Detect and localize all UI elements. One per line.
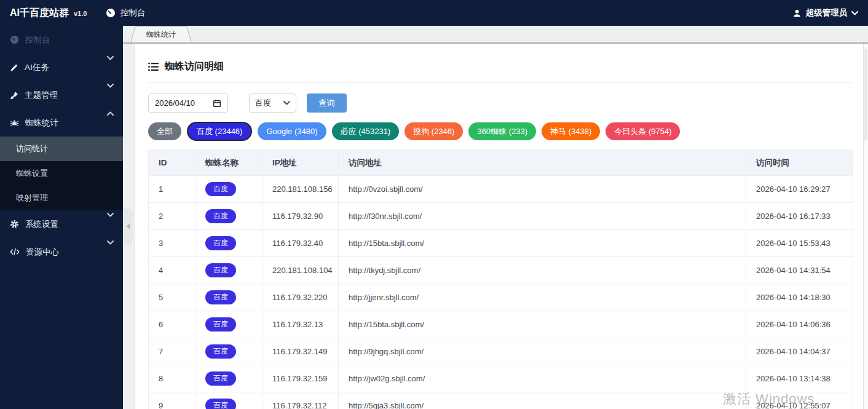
table-row[interactable]: 7 百度 116.179.32.149 http://9jhgq.sbjll.c… <box>149 338 853 365</box>
cell-ip: 116.179.32.220 <box>262 284 339 311</box>
cell-time: 2026-04-10 12:55:07 <box>746 392 853 409</box>
table-header-cell: 蜘蛛名称 <box>195 150 262 176</box>
sidebar-item-console[interactable]: 控制台 <box>0 26 123 54</box>
spider-pill[interactable]: 360蜘蛛 (233) <box>468 122 536 140</box>
spider-badge: 百度 <box>205 182 236 196</box>
cell-time: 2026-04-10 13:14:38 <box>746 365 853 392</box>
cell-id: 5 <box>149 284 195 311</box>
tab-spider-stats[interactable]: 蜘蛛统计 <box>138 26 184 42</box>
sidebar-item-label: 资源中心 <box>26 247 59 258</box>
cell-spider: 百度 <box>195 176 262 203</box>
spider-pill[interactable]: 搜狗 (2346) <box>404 122 463 140</box>
date-input[interactable]: 2026/04/10 <box>148 93 228 113</box>
cell-id: 6 <box>149 311 195 338</box>
sidebar-subitem[interactable]: 映射管理 <box>0 186 123 210</box>
cell-ip: 220.181.108.156 <box>262 176 339 203</box>
spider-table-wrap: ID蜘蛛名称IP地址访问地址访问时间 1 百度 220.181.108.156 … <box>148 149 852 409</box>
query-button[interactable]: 查询 <box>307 93 347 113</box>
sidebar-item-theme[interactable]: 主题管理 <box>0 81 123 109</box>
engine-select[interactable]: 百度 <box>249 93 296 113</box>
table-row[interactable]: 5 百度 116.179.32.220 http://jjenr.sbjll.c… <box>149 284 853 311</box>
sidebar-item-spider-stats[interactable]: 蜘蛛统计 <box>0 109 123 137</box>
cell-spider: 百度 <box>195 203 262 230</box>
sidebar-submenu: 访问统计 蜘蛛设置 映射管理 <box>0 137 123 210</box>
sidebar-item-label: 控制台 <box>25 34 50 46</box>
spider-pill-label: 360蜘蛛 (233) <box>477 126 527 137</box>
top-navbar: AI千百度站群 v1.0 控制台 超级管理员 <box>0 0 868 26</box>
brand-title: AI千百度站群 <box>10 7 69 20</box>
sidebar-subitem-label: 访问统计 <box>16 143 48 154</box>
sidebar-item-system-settings[interactable]: 系统设置 <box>0 210 123 238</box>
sidebar: 控制台 AI任务 主题管理 蜘蛛统计 访问统计 蜘蛛设置 <box>0 26 123 409</box>
spider-pill[interactable]: 今日头条 (9754) <box>606 122 680 140</box>
cell-url: http://f30nr.sbjll.com/ <box>339 203 746 230</box>
spider-pill[interactable]: 全部 <box>148 122 181 140</box>
sidebar-item-resources[interactable]: 资源中心 <box>0 238 123 266</box>
spider-pill[interactable]: Google (3480) <box>258 122 326 140</box>
table-row[interactable]: 2 百度 116.179.32.90 http://f30nr.sbjll.co… <box>149 203 853 230</box>
topnav-console-label: 控制台 <box>120 7 146 18</box>
table-row[interactable]: 9 百度 116.179.32.112 http://5gja3.sbjll.c… <box>149 392 853 409</box>
brand-version: v1.0 <box>74 10 87 17</box>
table-row[interactable]: 8 百度 116.179.32.159 http://jw02g.sbjll.c… <box>149 365 853 392</box>
sidebar-subitem[interactable]: 蜘蛛设置 <box>0 161 123 186</box>
table-row[interactable]: 3 百度 116.179.32.40 http://15bta.sbjll.co… <box>149 230 853 257</box>
spider-pill[interactable]: 百度 (23446) <box>187 122 252 141</box>
cell-spider: 百度 <box>195 365 262 392</box>
sidebar-item-ai-tasks[interactable]: AI任务 <box>0 54 123 81</box>
spider-pill-label: 搜狗 (2346) <box>413 126 454 137</box>
cell-url: http://jjenr.sbjll.com/ <box>339 284 746 311</box>
table-row[interactable]: 4 百度 220.181.108.104 http://tkydj.sbjll.… <box>149 257 853 284</box>
tab-bar: 蜘蛛统计 <box>123 26 868 44</box>
cell-url: http://5gja3.sbjll.com/ <box>339 392 746 409</box>
chevron-down-icon <box>107 56 114 60</box>
date-value: 2026/04/10 <box>155 98 195 108</box>
list-icon <box>148 62 159 71</box>
dashboard-icon <box>10 35 19 44</box>
scrollbar[interactable] <box>863 44 868 409</box>
cell-url: http://15bta.sbjll.com/ <box>339 230 746 257</box>
cell-ip: 220.181.108.104 <box>262 257 339 284</box>
spider-pill-label: 必应 (453231) <box>341 126 391 137</box>
topnav-console[interactable]: 控制台 <box>106 7 146 18</box>
page-title: 蜘蛛访问明细 <box>135 44 863 82</box>
cell-id: 1 <box>149 176 195 203</box>
spider-icon <box>10 118 19 127</box>
cell-time: 2026-04-10 16:17:33 <box>746 203 853 230</box>
cell-spider: 百度 <box>195 257 262 284</box>
chevron-down-icon <box>107 84 114 88</box>
dashboard-icon <box>106 8 116 18</box>
user-name: 超级管理员 <box>806 7 848 18</box>
sidebar-subitem[interactable]: 访问统计 <box>0 137 123 161</box>
table-header-row: ID蜘蛛名称IP地址访问地址访问时间 <box>149 150 853 176</box>
spider-badge: 百度 <box>205 344 236 359</box>
spider-pill-label: 百度 (23446) <box>197 126 242 137</box>
cell-url: http://tkydj.sbjll.com/ <box>339 257 746 284</box>
user-menu[interactable]: 超级管理员 <box>792 7 859 18</box>
chevron-down-icon <box>107 213 114 217</box>
content-panel: 蜘蛛访问明细 2026/04/10 百度 查询 全部 百度 <box>134 44 863 409</box>
scrollbar-thumb[interactable] <box>864 49 867 141</box>
brush-icon <box>10 91 18 100</box>
table-row[interactable]: 1 百度 220.181.108.156 http://0vzoi.sbjll.… <box>149 176 853 203</box>
brand: AI千百度站群 v1.0 <box>0 7 106 20</box>
table-row[interactable]: 6 百度 116.179.32.13 http://15bta.sbjll.co… <box>149 311 853 338</box>
spider-pill[interactable]: 必应 (453231) <box>332 122 400 140</box>
sidebar-collapse-handle[interactable] <box>123 207 133 245</box>
spider-pill[interactable]: 神马 (3438) <box>542 122 600 140</box>
sidebar-item-label: 蜘蛛统计 <box>25 117 58 129</box>
table-header-cell: IP地址 <box>262 150 339 176</box>
cell-ip: 116.179.32.40 <box>262 230 339 257</box>
gear-icon <box>10 220 19 229</box>
spider-pill-label: Google (3480) <box>266 127 317 136</box>
cell-ip: 116.179.32.159 <box>262 365 339 392</box>
divider <box>148 82 852 83</box>
engine-select-value: 百度 <box>255 98 271 109</box>
cell-time: 2026-04-10 16:29:27 <box>746 176 853 203</box>
spider-table: ID蜘蛛名称IP地址访问地址访问时间 1 百度 220.181.108.156 … <box>148 149 853 409</box>
spider-badge: 百度 <box>205 209 236 223</box>
pen-icon <box>10 63 18 72</box>
cell-spider: 百度 <box>195 230 262 257</box>
cell-ip: 116.179.32.112 <box>262 392 339 409</box>
spider-filter-pills: 全部 百度 (23446) Google (3480) 必应 (453231) … <box>148 122 863 141</box>
